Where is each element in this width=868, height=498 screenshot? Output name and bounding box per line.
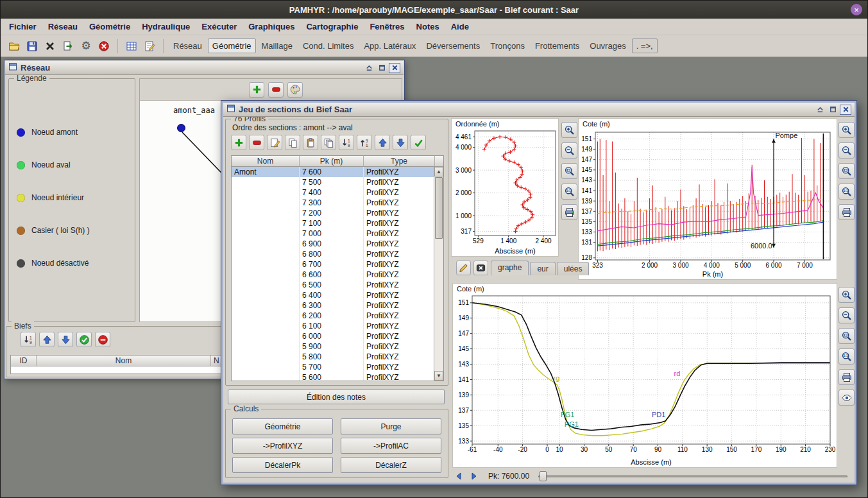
calc-decalerpk-button[interactable]: DécalerPk <box>232 457 333 473</box>
table-row[interactable]: 6 700ProfilXYZ <box>232 259 434 270</box>
window-close-button[interactable]: × <box>851 4 862 15</box>
reseau-shade-button[interactable] <box>363 63 375 73</box>
scrollbar-thumb[interactable] <box>435 177 443 239</box>
palette-icon[interactable] <box>287 82 303 98</box>
table-row[interactable]: 6 300ProfilXYZ <box>232 300 434 311</box>
tab-ulees[interactable]: ulées <box>557 262 590 275</box>
toolbar-app-lateraux-button[interactable]: App. Latéraux <box>359 39 420 53</box>
remove-circle-icon[interactable] <box>95 332 110 347</box>
table-row[interactable]: 6 500ProfilXYZ <box>232 280 434 290</box>
table-row[interactable]: 5 700ProfilXYZ <box>232 362 434 372</box>
zoom-original-icon[interactable]: 1:1 <box>838 348 855 365</box>
plan-view-chart[interactable]: 5291 4002 4004 4614 0003 0002 0001 00031… <box>452 128 559 256</box>
print-icon[interactable] <box>838 204 855 220</box>
table-row[interactable]: 7 300ProfilXYZ <box>232 198 434 208</box>
stop-icon[interactable] <box>96 38 112 55</box>
menu-aide[interactable]: Aide <box>445 20 475 33</box>
profils-scrollbar[interactable]: ▲ ▼ <box>434 167 443 381</box>
table-row[interactable]: 6 200ProfilXYZ <box>232 311 434 321</box>
menu-cartographie[interactable]: Cartographie <box>300 20 364 33</box>
menu-geometrie[interactable]: Géométrie <box>83 20 136 33</box>
sections-maximize-button[interactable] <box>827 105 838 115</box>
duplicate-icon[interactable] <box>321 135 336 150</box>
toolbar-symbol-button[interactable]: . =>, <box>632 39 658 53</box>
apply-icon[interactable] <box>411 135 426 150</box>
calc-profilac-button[interactable]: ->ProfilAC <box>341 438 441 454</box>
toolbar-cond-limites-button[interactable]: Cond. Limites <box>298 39 358 53</box>
table-row[interactable]: 7 500ProfilXYZ <box>232 177 434 187</box>
menu-reseau[interactable]: Réseau <box>42 20 83 33</box>
open-folder-icon[interactable] <box>6 38 22 55</box>
menu-fenetres[interactable]: Fenêtres <box>364 20 410 33</box>
pk-slider-handle[interactable] <box>540 471 547 481</box>
calc-decalerz-button[interactable]: DécalerZ <box>341 457 441 473</box>
reseau-window-titlebar[interactable]: Réseau <box>5 61 404 75</box>
zoom-fit-icon[interactable] <box>838 163 855 179</box>
scrollbar-track[interactable] <box>434 176 443 371</box>
draw-mode-button[interactable] <box>456 261 471 275</box>
sort-descending-icon[interactable]: 19 <box>339 135 354 150</box>
table-row[interactable]: 6 600ProfilXYZ <box>232 270 434 280</box>
copy-icon[interactable] <box>285 135 300 150</box>
visibility-icon[interactable] <box>838 390 855 406</box>
table-row[interactable]: 7 200ProfilXYZ <box>232 208 434 218</box>
calc-geometrie-button[interactable]: Géométrie <box>232 418 333 434</box>
table-row[interactable]: 5 600ProfilXYZ <box>232 372 434 381</box>
profils-column-pk-m[interactable]: Pk (m) <box>300 156 364 166</box>
sections-shade-button[interactable] <box>814 105 826 115</box>
sections-close-button[interactable] <box>840 105 851 115</box>
calc-purge-button[interactable]: Purge <box>341 418 441 434</box>
table-row[interactable]: 6 800ProfilXYZ <box>232 249 434 259</box>
move-down-icon[interactable] <box>393 135 408 150</box>
long-profile-chart[interactable]: 3232 0003 0004 0005 0006 0007 0001511491… <box>579 128 838 279</box>
zoom-original-icon[interactable]: 1:1 <box>561 184 577 200</box>
zoom-out-icon[interactable] <box>838 307 855 323</box>
print-icon[interactable] <box>561 204 577 220</box>
toolbar-frottements-button[interactable]: Frottements <box>531 39 584 53</box>
add-icon[interactable] <box>249 82 264 98</box>
close-file-icon[interactable] <box>42 38 58 55</box>
menu-notes[interactable]: Notes <box>411 20 445 33</box>
sections-window-titlebar[interactable]: Jeu de sections du Bief Saar <box>223 103 855 117</box>
cross-section-chart[interactable]: -61-40-200103050709011013015017019021023… <box>453 293 837 467</box>
toolbar-geometrie-button[interactable]: Géométrie <box>208 39 256 53</box>
toolbar-ouvrages-button[interactable]: Ouvrages <box>585 39 630 53</box>
table-row[interactable]: 7 400ProfilXYZ <box>232 187 434 198</box>
table-row[interactable]: 7 100ProfilXYZ <box>232 218 434 228</box>
biefs-column-id[interactable]: ID <box>11 356 37 366</box>
paste-icon[interactable] <box>303 135 318 150</box>
table-row[interactable]: 6 400ProfilXYZ <box>232 290 434 300</box>
reseau-close-button[interactable] <box>389 63 400 73</box>
scrollbar-down-arrow[interactable]: ▼ <box>434 371 443 381</box>
grid-icon[interactable] <box>123 38 140 55</box>
toolbar-troncons-button[interactable]: Tronçons <box>486 39 529 53</box>
zoom-out-icon[interactable] <box>561 142 577 159</box>
zoom-in-icon[interactable] <box>838 287 855 303</box>
menu-graphiques[interactable]: Graphiques <box>243 20 300 33</box>
menu-fichier[interactable]: Fichier <box>3 20 42 33</box>
enable-check-icon[interactable] <box>76 332 92 347</box>
profils-column-nom[interactable]: Nom <box>232 156 300 166</box>
table-row[interactable]: 6 900ProfilXYZ <box>232 239 434 249</box>
toolbar-reseau-button[interactable]: Réseau <box>169 39 207 53</box>
menu-executer[interactable]: Exécuter <box>196 20 243 33</box>
sort-ascending-icon[interactable]: 91 <box>357 135 372 150</box>
tab-graphe[interactable]: graphe <box>491 261 529 275</box>
pk-slider[interactable] <box>538 470 850 482</box>
scrollbar-up-arrow[interactable]: ▲ <box>434 167 443 176</box>
zoom-out-icon[interactable] <box>838 142 855 159</box>
remove-icon[interactable] <box>268 82 284 98</box>
sort-descending-icon[interactable]: 19 <box>21 332 36 347</box>
zoom-fit-icon[interactable] <box>838 328 855 344</box>
calc-profilxyz-button[interactable]: ->ProfilXYZ <box>232 438 333 454</box>
notes-edit-button[interactable]: Édition des notes <box>228 390 445 404</box>
profils-column-type[interactable]: Type <box>364 156 435 166</box>
zoom-original-icon[interactable]: 1:1 <box>838 184 855 200</box>
menu-hydraulique[interactable]: Hydraulique <box>136 20 196 33</box>
node-amont[interactable] <box>177 124 185 132</box>
edit-icon[interactable] <box>267 135 282 150</box>
add-icon[interactable] <box>231 135 246 150</box>
move-down-icon[interactable] <box>58 332 73 347</box>
move-up-icon[interactable] <box>39 332 55 347</box>
profils-table-body[interactable]: Amont7 600ProfilXYZ7 500ProfilXYZ7 400Pr… <box>232 167 434 381</box>
